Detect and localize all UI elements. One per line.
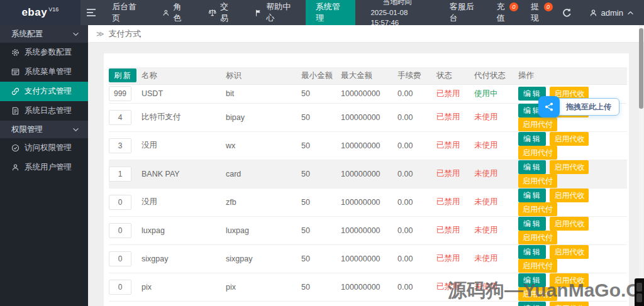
max-amount: 100000000 [341,160,397,188]
app-logo[interactable]: ebay V16 [0,0,80,25]
payment-name: USDT [142,84,226,103]
payment-code: bit [226,84,301,103]
max-amount: 100000000 [341,131,397,160]
recharge-badge: 0 [509,3,518,11]
payment-code: pix [226,273,301,301]
hamburger-icon[interactable] [80,0,103,25]
enable-payout-button[interactable]: 启用代付 [518,174,557,188]
min-amount: 50 [301,244,341,273]
share-icon [538,96,560,117]
min-amount: 50 [301,188,341,216]
payment-code: luxpag [226,216,301,244]
payment-code: card [226,160,301,188]
status-text: 已禁用 [436,160,474,188]
edit-button[interactable]: 编辑 [518,217,546,231]
page: ebay V16 后台首页 角色 交易 帮助中心 系统管理 当地时间 2025-… [0,0,644,306]
min-amount: 50 [301,103,341,131]
nav-item-trade[interactable]: 交易 [198,0,245,25]
sidebar-section-system-config[interactable]: 系统配置 [0,25,88,43]
recharge-link[interactable]: 充值 0 [486,0,520,25]
breadcrumb-label: 支付方式 [109,28,142,40]
status-text: 已禁用 [436,103,474,131]
fee: 0.00 [397,273,436,301]
log-icon [11,107,19,115]
col-header-ops: 操作 [518,67,627,84]
sort-input[interactable] [109,195,131,210]
col-header-payout-status: 代付状态 [474,67,518,84]
sidebar-item-access-permissions[interactable]: 访问权限管理 [0,138,88,158]
sort-input[interactable] [109,110,131,125]
payout-status-text: 未使用 [474,188,518,216]
sort-input[interactable] [109,86,131,101]
table-row: 没用 zfb 50 100000000 0.00 已禁用 未使用 编辑 启用代收… [109,188,627,216]
table-row: BANK PAY card 50 100000000 0.00 已禁用 未使用 … [109,160,627,188]
scrollbar-thumb[interactable] [639,28,643,109]
edit-button[interactable]: 编辑 [518,245,546,259]
scrollbar-track[interactable] [639,25,643,306]
fee: 0.00 [397,188,436,216]
enable-payout-button[interactable]: 启用代付 [518,259,557,273]
watermark-text: 源码狗—YuanMaGo.Com [448,278,644,303]
sidebar-section-permissions[interactable]: 权限管理 [0,121,88,138]
enable-payout-button[interactable]: 启用代付 [518,117,557,131]
max-amount: 100000000 [341,273,397,301]
logo-version: V16 [48,6,58,13]
logo-text: ebay [21,6,47,19]
corner-tools-widget[interactable] [635,278,644,306]
status-text: 已禁用 [436,131,474,160]
payment-code: sixgpay [226,244,301,273]
edit-button[interactable]: 编辑 [518,160,546,174]
sidebar-item-payment-methods[interactable]: 支付方式管理 [0,82,88,101]
edit-button[interactable]: 编辑 [518,189,546,202]
chevron-up-icon [627,11,634,15]
enable-payout-button[interactable]: 启用代付 [518,231,557,244]
topbar-right: 当地时间 2025-01-08 15:57:46 客服后台 充值 0 提现 0 … [355,0,644,25]
chevron-down-icon [72,32,79,36]
edit-button[interactable]: 编辑 [518,132,546,146]
enable-collect-button[interactable]: 启用代收 [550,189,589,202]
refresh-icon[interactable] [555,0,579,25]
user-menu[interactable]: admin [579,0,644,25]
enable-payout-button[interactable]: 启用代付 [518,146,557,160]
sort-input[interactable] [109,223,131,238]
enable-payout-button[interactable]: 启用代付 [518,202,557,216]
fee: 0.00 [397,160,436,188]
sidebar-item-label: 访问权限管理 [25,143,72,153]
corner-tool-button[interactable] [636,283,642,292]
withdraw-link[interactable]: 提现 0 [520,0,554,25]
main-area: ≫ 支付方式 刷新 名称 标识 最小金额 最大金额 手续费 状态 代付状态 操 [88,25,644,306]
enable-collect-button[interactable]: 启用代收 [550,160,589,174]
section-title: 系统配置 [11,29,43,40]
local-time: 当地时间 2025-01-08 15:57:46 [355,0,438,25]
sidebar-item-system-menu[interactable]: 系统菜单管理 [0,62,88,82]
status-text: 已禁用 [436,244,474,273]
sort-input[interactable] [109,251,131,266]
service-backend-link[interactable]: 客服后台 [439,0,486,25]
sort-input[interactable] [109,167,131,182]
fee: 0.00 [397,84,436,103]
sidebar-item-label: 系统菜单管理 [25,67,72,77]
sidebar-item-label: 系统日志管理 [25,106,72,116]
enable-collect-button[interactable]: 启用代收 [550,217,589,231]
sidebar-item-system-logs[interactable]: 系统日志管理 [0,101,88,121]
min-amount: 50 [301,160,341,188]
payment-name: sepropay [142,301,226,306]
payment-code: wx [226,131,301,160]
fee: 0.00 [397,216,436,244]
min-amount: 50 [301,131,341,160]
enable-collect-button[interactable]: 启用代收 [550,132,589,146]
drag-upload-text: 拖拽至此上传 [557,98,619,116]
sidebar-item-system-params[interactable]: 系统参数配置 [0,43,88,62]
nav-item-roles[interactable]: 角色 [152,0,198,25]
sort-input[interactable] [109,138,131,153]
max-amount: 100000000 [341,84,397,103]
nav-item-home[interactable]: 后台首页 [102,0,152,25]
enable-collect-button[interactable]: 启用代收 [550,245,589,259]
nav-item-system[interactable]: 系统管理 [306,0,355,25]
refresh-button[interactable]: 刷新 [109,68,136,82]
sidebar-item-system-users[interactable]: 系统用户管理 [0,158,88,177]
nav-item-help[interactable]: 帮助中心 [245,0,306,25]
corner-tool-button[interactable] [636,293,642,302]
payment-code: bipay [226,103,301,131]
sort-input[interactable] [109,280,131,295]
